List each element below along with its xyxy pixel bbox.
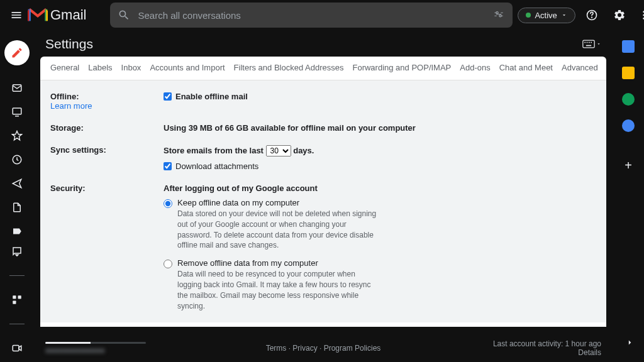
svg-rect-21 (584, 42, 586, 43)
details-link[interactable]: Details (578, 348, 601, 357)
keep-data-label: Keep offline data on my computer (177, 198, 379, 207)
svg-rect-16 (13, 295, 16, 299)
tab-inbox[interactable]: Inbox (121, 63, 142, 80)
remove-data-label: Remove offline data from my computer (177, 258, 379, 268)
svg-point-3 (591, 17, 592, 18)
hide-panel-button[interactable] (625, 338, 634, 349)
meet-button[interactable] (11, 342, 23, 354)
chevron-down-icon (596, 41, 601, 47)
storage-label: Storage: (50, 123, 153, 133)
tasks-addon[interactable] (622, 93, 635, 106)
security-label: Security: (50, 184, 153, 311)
pencil-icon (11, 47, 23, 59)
terms-link[interactable]: Terms (266, 344, 287, 353)
spaces-icon (11, 294, 23, 305)
calendar-addon[interactable] (622, 40, 635, 53)
star-icon (11, 130, 23, 141)
search-bar[interactable] (110, 3, 513, 28)
storage-text: Using 39 MB of 66 GB available for offli… (164, 123, 596, 133)
chevron-down-icon (561, 12, 567, 18)
keep-data-radio[interactable] (164, 199, 172, 208)
settings-tabs: General Labels Inbox Accounts and Import… (40, 57, 606, 80)
gmail-logo[interactable]: Gmail (28, 7, 86, 23)
video-icon (11, 343, 23, 354)
file-icon (11, 202, 23, 213)
svg-rect-19 (13, 346, 19, 351)
active-dot-icon (526, 13, 531, 18)
apps-grid-icon (641, 9, 644, 21)
download-attachments-label: Download attachments (175, 162, 258, 171)
svg-point-1 (499, 15, 501, 17)
tab-accounts[interactable]: Accounts and Import (150, 63, 225, 80)
drafts-nav[interactable] (11, 201, 23, 214)
tag-icon (11, 226, 23, 237)
keep-data-desc: Data stored on your device will not be d… (177, 209, 379, 251)
rail-separator (9, 324, 25, 324)
privacy-link[interactable]: Privacy (292, 344, 317, 353)
support-button[interactable] (580, 4, 603, 26)
search-options-icon[interactable] (492, 9, 505, 21)
label-nav[interactable] (11, 225, 23, 238)
tab-chat[interactable]: Chat and Meet (499, 63, 553, 80)
store-suffix: days. (293, 146, 314, 155)
learn-more-link[interactable]: Learn more (50, 101, 92, 111)
remove-data-radio[interactable] (164, 260, 172, 268)
svg-point-0 (496, 12, 498, 14)
chevron-right-icon (625, 338, 634, 347)
download-attachments-checkbox[interactable] (164, 162, 172, 170)
sent-nav[interactable] (11, 177, 23, 190)
gmail-text: Gmail (50, 7, 86, 23)
contacts-addon[interactable] (622, 119, 635, 132)
svg-rect-20 (583, 40, 594, 48)
gear-icon (613, 9, 626, 21)
chat-button[interactable] (11, 245, 23, 258)
keyboard-icon (582, 40, 595, 48)
hamburger-icon (10, 9, 23, 21)
rail-separator (9, 275, 25, 276)
tab-addons[interactable]: Add-ons (460, 63, 490, 80)
tab-advanced[interactable]: Advanced (562, 63, 598, 80)
activity-text: Last account activity: 1 hour ago (493, 339, 601, 348)
svg-rect-22 (587, 42, 588, 43)
clock-icon (11, 154, 23, 165)
svg-rect-18 (13, 301, 16, 304)
apps-button[interactable] (636, 4, 644, 26)
active-status-button[interactable]: Active (518, 8, 575, 23)
active-label: Active (535, 11, 557, 20)
svg-rect-25 (586, 45, 591, 47)
security-header: After logging out of my Google account (164, 184, 596, 193)
spaces-button[interactable] (11, 293, 23, 306)
monitor-icon (11, 106, 23, 118)
search-input[interactable] (138, 10, 485, 21)
days-select[interactable]: 30 (266, 145, 291, 156)
storage-progress (45, 342, 146, 344)
chat-icon (11, 246, 23, 257)
get-addons-button[interactable]: + (625, 158, 632, 173)
inbox-icon (11, 82, 23, 94)
main-menu-button[interactable] (10, 3, 23, 28)
settings-button[interactable] (608, 4, 631, 26)
tab-general[interactable]: General (50, 63, 79, 80)
tab-forwarding[interactable]: Forwarding and POP/IMAP (352, 63, 451, 80)
compose-button[interactable] (4, 40, 30, 65)
send-icon (11, 178, 23, 189)
chat-nav[interactable] (11, 106, 23, 118)
tab-labels[interactable]: Labels (88, 63, 112, 80)
inbox-nav[interactable] (11, 82, 23, 94)
starred-nav[interactable] (11, 129, 23, 142)
policies-link[interactable]: Program Policies (324, 344, 381, 353)
snoozed-nav[interactable] (11, 153, 23, 166)
keep-addon[interactable] (622, 67, 635, 79)
page-title: Settings (45, 36, 93, 52)
enable-offline-checkbox[interactable] (164, 92, 172, 101)
storage-text-blurred: ■■■■■■■■■■■■■ (45, 346, 146, 355)
enable-offline-label: Enable offline mail (175, 92, 248, 101)
remove-data-desc: Data will need to be resynced to your co… (177, 269, 379, 311)
store-prefix: Store emails from the last (164, 146, 264, 155)
svg-rect-17 (18, 295, 21, 299)
svg-rect-14 (13, 108, 21, 114)
input-tools-button[interactable] (582, 40, 601, 48)
tab-filters[interactable]: Filters and Blocked Addresses (234, 63, 344, 80)
sync-label: Sync settings: (50, 145, 153, 171)
svg-rect-23 (589, 42, 590, 43)
